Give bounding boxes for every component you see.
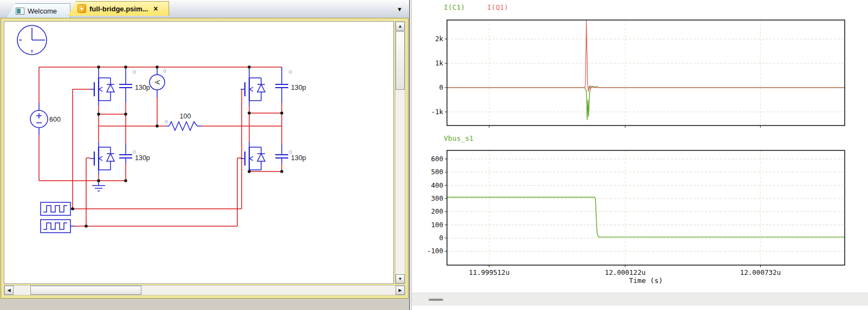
svg-text:400: 400 <box>431 181 443 189</box>
simview-pane: I(C1) I(Q1) Vbus_s1 2k1k0-1k600500400300… <box>411 0 868 310</box>
mosfet-q1[interactable] <box>90 78 114 101</box>
tab-overflow-icon[interactable]: ▼ <box>397 6 403 12</box>
window-bottom-edge <box>0 299 409 310</box>
svg-text:-1k: -1k <box>431 108 443 116</box>
gating-block-2[interactable] <box>41 220 70 233</box>
ammeter[interactable]: A <box>150 75 165 90</box>
scroll-down-button[interactable]: ▼ <box>396 274 405 283</box>
tab-welcome[interactable]: Welcome <box>7 3 70 18</box>
scroll-right-button[interactable]: ▶ <box>396 286 405 295</box>
svg-text:-100: -100 <box>427 247 443 255</box>
ammeter-glyph: A <box>154 80 161 84</box>
gating-block-1[interactable] <box>41 202 70 215</box>
svg-text:1k: 1k <box>435 59 444 67</box>
mosfet-q4[interactable] <box>241 147 265 170</box>
ground-symbol[interactable] <box>92 181 105 191</box>
vertical-scrollbar[interactable]: ▲ ▼ <box>395 21 405 284</box>
resistor-r1[interactable]: 100 <box>169 113 197 130</box>
schematic-pane: Welcome full-bridge.psim... × ▼ <box>0 0 410 310</box>
capacitor-c4-value: 130p <box>291 154 306 162</box>
svg-text:600: 600 <box>431 155 443 163</box>
svg-text:0: 0 <box>439 83 443 91</box>
vertical-scroll-thumb[interactable] <box>396 31 405 90</box>
capacitor-c3-value: 130p <box>291 84 306 91</box>
waveform-plots[interactable]: 2k1k0-1k6005004003002001000-10011.999512… <box>412 0 868 292</box>
svg-text:2k: 2k <box>435 35 444 43</box>
scroll-left-button[interactable]: ◀ <box>4 286 14 295</box>
tab-close-icon[interactable]: × <box>153 4 158 13</box>
svg-text:12.000732u: 12.000732u <box>740 268 781 276</box>
capacitor-c1-value: 130p <box>135 84 150 91</box>
simview-scroll-thumb[interactable] <box>429 299 443 301</box>
psim-window: Welcome full-bridge.psim... × ▼ <box>0 0 868 310</box>
scroll-up-button[interactable]: ▲ <box>396 22 405 31</box>
tab-welcome-label: Welcome <box>28 7 57 15</box>
svg-text:100: 100 <box>431 221 443 229</box>
voltage-source[interactable]: 600 <box>30 110 61 128</box>
schematic-document: 130p 130p 130p 130p <box>1 18 409 299</box>
svg-text:12.000122u: 12.000122u <box>605 268 645 276</box>
voltage-source-value: 600 <box>49 116 61 123</box>
svg-text:500: 500 <box>431 168 443 176</box>
document-tab-bar: Welcome full-bridge.psim... × ▼ <box>0 0 409 18</box>
capacitor-c4[interactable]: 130p <box>275 154 306 162</box>
capacitor-c1[interactable]: 130p <box>119 84 150 91</box>
welcome-tab-icon <box>16 8 24 15</box>
svg-text:300: 300 <box>431 194 443 202</box>
svg-text:0: 0 <box>439 234 443 242</box>
horizontal-scrollbar[interactable]: ◀ ▶ <box>4 285 405 295</box>
resistor-value: 100 <box>180 113 191 120</box>
mosfet-q3[interactable] <box>241 78 265 101</box>
svg-text:11.999512u: 11.999512u <box>469 268 509 276</box>
tab-full-bridge[interactable]: full-bridge.psim... × <box>68 1 169 16</box>
svg-text:200: 200 <box>431 207 443 215</box>
horizontal-scroll-thumb[interactable] <box>30 286 141 295</box>
simulation-control-clock-icon[interactable] <box>17 25 47 55</box>
capacitor-c2-value: 130p <box>135 154 150 162</box>
tab-full-bridge-label: full-bridge.psim... <box>89 5 148 13</box>
x-axis-title: Time (s) <box>603 276 689 285</box>
capacitor-c3[interactable]: 130p <box>275 84 306 91</box>
mosfet-q2[interactable] <box>90 147 114 170</box>
schematic-canvas[interactable]: 130p 130p 130p 130p <box>4 21 394 284</box>
capacitor-c2[interactable]: 130p <box>119 154 150 162</box>
psim-file-icon <box>77 4 86 13</box>
simview-scrollbar[interactable] <box>412 293 868 306</box>
circuit-drawing: 130p 130p 130p 130p <box>4 22 394 284</box>
